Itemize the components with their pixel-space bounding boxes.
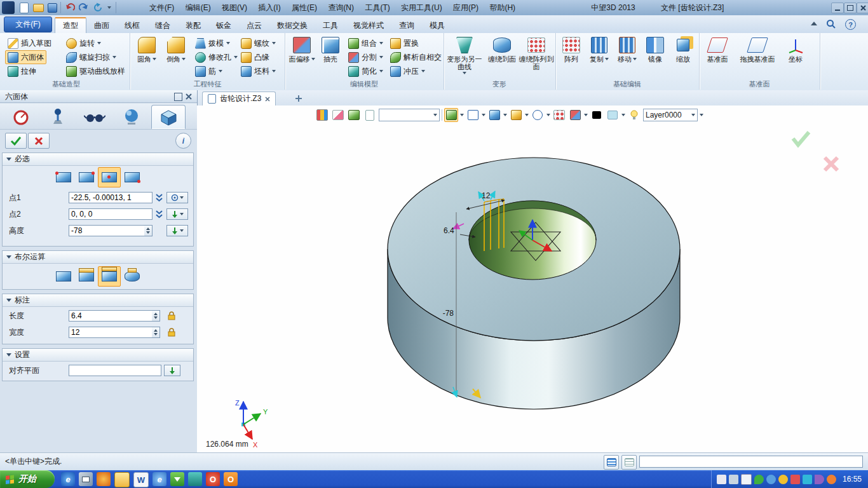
length-lock-icon[interactable] [166,311,177,322]
tab-assembly[interactable]: 装配 [178,18,208,34]
fillet-button[interactable]: 圆角 [133,35,161,78]
new-document-tab-button[interactable] [294,93,304,104]
rib-button[interactable]: 筋 [193,64,225,78]
wrap-pattern-to-face-button[interactable]: 缠绕阵列到面 [519,35,554,78]
undo-icon[interactable] [64,1,76,14]
template-sphere-icon[interactable] [114,105,149,129]
folder-icon[interactable] [114,472,130,487]
tray-qq-icon[interactable] [827,475,836,484]
height-input[interactable] [69,225,145,236]
section-boolean-header[interactable]: 布尔运算 [3,251,193,264]
word-icon[interactable] [133,472,149,487]
menu-utilities[interactable]: 实用工具(U) [397,0,447,15]
pattern-button[interactable]: 阵列 [558,35,585,78]
tray-security-icon[interactable] [790,475,800,484]
redo-icon[interactable] [78,1,90,14]
regen-icon[interactable] [92,1,104,14]
point2-options-dropdown[interactable] [166,208,188,220]
tray-input-method-icon[interactable] [741,474,752,485]
combine-button[interactable]: 组合 [346,36,386,50]
template-gauge-icon[interactable] [4,105,38,129]
align-plane-input[interactable] [69,365,161,376]
search-icon[interactable] [826,19,836,31]
document-tab-close-icon[interactable] [265,97,270,102]
corner-mode-3-icon[interactable] [98,167,121,187]
taskbar-clock[interactable]: 16:55 [843,475,862,484]
opera-icon[interactable] [206,472,220,486]
ghost-ok-icon[interactable] [793,132,809,145]
tab-wireframe[interactable]: 线框 [117,18,147,34]
list-view-icon[interactable] [621,455,637,470]
panel-close-icon[interactable] [186,93,192,100]
tab-surface[interactable]: 曲面 [86,18,117,34]
tray-network-icon[interactable] [803,475,812,484]
office-icon[interactable] [224,472,238,486]
point1-input[interactable] [69,192,153,203]
start-button[interactable]: 开始 [0,470,55,488]
insert-sketch-button[interactable]: 插入草图 [5,36,54,50]
notes-icon[interactable] [188,472,202,486]
punch-button[interactable]: 冲压 [388,64,428,78]
menu-insert[interactable]: 插入(I) [254,0,285,15]
tab-tools[interactable]: 工具 [315,18,346,34]
help-icon[interactable] [845,19,856,30]
move-button[interactable]: 移动 [614,35,641,78]
align-plane-pick-button[interactable] [164,365,180,376]
tab-shape[interactable]: 造型 [55,17,86,34]
template-box-icon[interactable] [151,105,186,129]
revolve-button[interactable]: 旋转 [64,36,104,50]
collapse-ribbon-icon[interactable] [811,22,817,25]
close-button[interactable] [857,3,868,13]
minimize-button[interactable] [831,3,844,13]
mirror-button[interactable]: 镜像 [642,35,668,78]
drag-datum-button[interactable]: 拖拽基准面 [736,35,779,78]
tab-mold[interactable]: 模具 [422,18,452,34]
boolean-remove-icon[interactable] [98,266,121,287]
height-options-dropdown[interactable] [166,225,188,236]
ok-button[interactable] [5,133,27,149]
section-settings-header[interactable]: 设置 [3,349,193,362]
section-dimensions-header[interactable]: 标注 [3,294,193,307]
modify-hole-button[interactable]: 修改孔 [193,50,240,64]
viewport[interactable]: Layer0000 [197,105,868,452]
panel-float-icon[interactable] [174,93,182,101]
face-offset-button[interactable]: 面偏移 [287,35,316,78]
height-spinner[interactable] [144,225,153,236]
maximize-button[interactable] [844,3,857,13]
ghost-cancel-icon[interactable] [825,158,837,170]
info-button[interactable] [175,133,191,149]
width-spinner[interactable] [152,327,160,338]
chamfer-button[interactable]: 倒角 [162,35,190,78]
model-canvas[interactable]: 12 6.4 -78 Z Y X [197,105,868,452]
resolve-selfintersection-button[interactable]: 解析自相交 [388,50,444,64]
corner-mode-4-icon[interactable] [121,167,144,187]
tab-dataexchange[interactable]: 数据交换 [269,18,315,34]
driven-curve-loft-button[interactable]: 驱动曲线放样 [64,64,128,78]
length-spinner[interactable] [152,310,160,322]
tray-antivirus-icon[interactable] [754,475,764,484]
new-file-icon[interactable] [18,1,31,14]
internet-explorer-icon[interactable] [61,472,75,486]
menu-help[interactable]: 帮助(H) [485,0,520,15]
boolean-add-icon[interactable] [75,266,98,287]
browser-icon[interactable] [153,472,166,486]
stock-button[interactable]: 坯料 [238,64,278,78]
box-button[interactable]: 六面体 [5,50,46,64]
menu-inquire[interactable]: 查询(N) [323,0,358,15]
extrude-button[interactable]: 拉伸 [5,64,39,78]
menu-tools[interactable]: 工具(T) [360,0,394,15]
tray-keyboard-icon[interactable] [729,475,738,484]
width-input[interactable] [69,327,153,338]
tab-visualstyle[interactable]: 视觉样式 [346,18,391,34]
save-icon[interactable] [46,1,58,14]
boolean-base-icon[interactable] [52,266,75,287]
replace-button[interactable]: 置换 [388,36,421,50]
template-glasses-icon[interactable] [78,105,112,129]
qat-menu-caret-icon[interactable] [105,1,113,14]
media-player-icon[interactable] [97,472,111,486]
point2-input[interactable] [69,208,153,220]
tab-inquire[interactable]: 查询 [391,18,422,34]
download-manager-icon[interactable] [170,472,184,486]
template-joystick-icon[interactable] [41,105,75,129]
thread-button[interactable]: 螺纹 [238,36,278,50]
